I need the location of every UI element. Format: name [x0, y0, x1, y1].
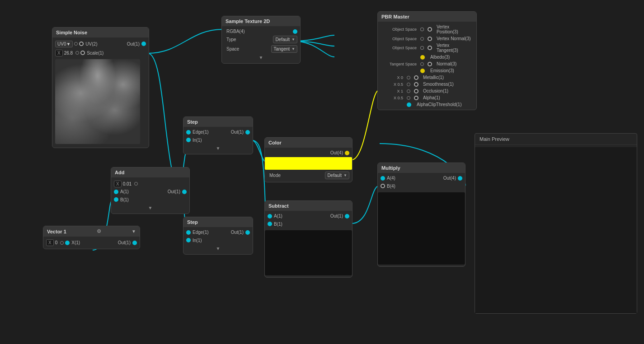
step1-out-port[interactable]	[245, 130, 250, 135]
pbr-albedo-row: Albedo(3)	[378, 54, 476, 60]
sample-tex-header: Sample Texture 2D	[222, 16, 300, 26]
add-header: Add	[111, 167, 189, 177]
shader-graph-canvas: Simple Noise UV0 ▼ UV(2) Out(1) X 26.8 S…	[0, 0, 644, 344]
add-body: X 0.01 A(1) Out(1) B(1) ▼	[111, 177, 189, 214]
add-node: Add X 0.01 A(1) Out(1) B(1) ▼	[111, 167, 190, 214]
step1-in-port[interactable]	[186, 138, 191, 142]
uv-dropdown[interactable]: UV0 ▼	[55, 41, 73, 47]
noise-out-port[interactable]	[141, 42, 146, 46]
pbr-vertpos-in[interactable]	[428, 27, 432, 32]
scale-row: X 26.8 Scale(1)	[52, 48, 149, 57]
scale-in-port[interactable]	[80, 51, 85, 55]
main-preview-header: Main Preview	[475, 134, 637, 145]
step1-in-row: In(1)	[183, 135, 253, 144]
color-out-row: Out(4)	[265, 149, 352, 156]
pbr-master-node: PBR Master Object Space Vertex Position(…	[377, 11, 477, 110]
pbr-emission-row: Emission(3)	[378, 67, 476, 74]
pbr-vertex-tangent-row: Object Space Vertex Tangent(3)	[378, 42, 476, 54]
sample-tex-body: RGBA(4) Type Default ▼ Space Tangent ▼ ▼	[222, 26, 300, 63]
type-row: Type Default ▼	[222, 35, 300, 44]
multiply-body: A(4) Out(4) B(4)	[378, 173, 465, 266]
multiply-out-port[interactable]	[458, 176, 462, 181]
vec1-x-in-port[interactable]	[65, 241, 70, 245]
color-node: Color Out(4) Mode Default ▼	[264, 137, 353, 182]
pbr-vertex-pos-row: Object Space Vertex Position(3)	[378, 23, 476, 35]
multiply-b-in[interactable]	[381, 184, 385, 188]
subtract-preview	[265, 230, 352, 275]
vector1-node: Vector 1 ⚙ ▼ X 0 X(1) Out(1)	[43, 226, 140, 249]
add-chevron: ▼	[111, 204, 189, 212]
pbr-occlusion-row: X 1 Occlusion(1)	[378, 88, 476, 94]
step2-edge-port[interactable]	[186, 230, 191, 235]
subtract-b-row: B(1)	[265, 219, 352, 228]
step2-out-port[interactable]	[245, 230, 250, 235]
add-b-in-port[interactable]	[114, 197, 118, 202]
pbr-occlusion-in[interactable]	[414, 89, 418, 93]
pbr-header: PBR Master	[378, 12, 476, 22]
step1-node: Step Edge(1) Out(1) In(1) ▼	[183, 116, 253, 154]
simple-noise-header: Simple Noise	[52, 28, 149, 37]
uv-in-port[interactable]	[79, 42, 84, 46]
scale-x-label: X	[55, 50, 63, 56]
pbr-metallic-in[interactable]	[414, 75, 418, 80]
sample-tex-chevron: ▼	[222, 54, 300, 61]
subtract-b-port[interactable]	[268, 222, 272, 226]
space-dropdown[interactable]: Tangent ▼	[271, 45, 297, 53]
simple-noise-title: Simple Noise	[56, 30, 87, 35]
step1-edge-port[interactable]	[186, 130, 191, 135]
pbr-smoothness-in[interactable]	[414, 82, 418, 87]
uv-row: UV0 ▼ UV(2) Out(1)	[52, 39, 149, 48]
step1-chevron: ▼	[183, 144, 253, 152]
connection-subtract-multiply	[352, 186, 379, 223]
pbr-vertnorm-in[interactable]	[428, 37, 432, 41]
rgba-row: RGBA(4)	[222, 28, 300, 35]
step2-in-row: In(1)	[183, 236, 253, 245]
step2-edge-row: Edge(1) Out(1)	[183, 229, 253, 236]
vec1-out-port[interactable]	[132, 241, 137, 245]
multiply-a-in[interactable]	[381, 176, 385, 181]
step2-node: Step Edge(1) Out(1) In(1) ▼	[183, 217, 253, 255]
add-out-port[interactable]	[182, 190, 187, 194]
multiply-header: Multiply	[378, 163, 465, 173]
add-a-row: A(1) Out(1)	[111, 188, 189, 195]
space-row: Space Tangent ▼	[222, 44, 300, 54]
color-out-port[interactable]	[345, 151, 349, 155]
pbr-verttang-in[interactable]	[428, 46, 432, 50]
pbr-emission-in[interactable]	[420, 69, 425, 73]
pbr-alpha-in[interactable]	[414, 96, 418, 100]
pbr-smoothness-row: X 0.5 Smoothness(1)	[378, 81, 476, 88]
rgba-out-port[interactable]	[293, 29, 297, 34]
pbr-body: Object Space Vertex Position(3) Object S…	[378, 22, 476, 110]
subtract-node: Subtract A(1) Out(1) B(1)	[264, 200, 353, 278]
main-preview-panel: Main Preview	[475, 133, 637, 314]
color-swatch[interactable]	[265, 157, 352, 170]
type-dropdown[interactable]: Default ▼	[273, 36, 297, 43]
add-title: Add	[115, 170, 124, 175]
step2-chevron: ▼	[183, 245, 253, 252]
simple-noise-body: UV0 ▼ UV(2) Out(1) X 26.8 Scale(1)	[52, 37, 149, 148]
subtract-out-port[interactable]	[345, 214, 349, 218]
step1-body: Edge(1) Out(1) In(1) ▼	[183, 127, 253, 154]
pbr-alphaclip-row: AlphaClipThreshold(1)	[378, 101, 476, 108]
color-mode-dropdown[interactable]: Default ▼	[325, 172, 349, 179]
pbr-alphaclip-in[interactable]	[407, 102, 411, 107]
vector1-header: Vector 1 ⚙ ▼	[43, 226, 140, 237]
add-a-in-port[interactable]	[114, 190, 118, 194]
multiply-preview	[378, 192, 465, 265]
add-b-row: B(1)	[111, 195, 189, 204]
color-mode-row: Mode Default ▼	[265, 171, 352, 180]
pbr-vertex-normal-row: Object Space Vertex Normal(3)	[378, 35, 476, 42]
connection-color-pbr	[352, 90, 379, 160]
sample-texture-node: Sample Texture 2D RGBA(4) Type Default ▼…	[221, 16, 301, 64]
subtract-header: Subtract	[265, 201, 352, 211]
gear-icon[interactable]: ⚙	[97, 228, 101, 234]
subtract-body: A(1) Out(1) B(1)	[265, 211, 352, 277]
pbr-albedo-in[interactable]	[420, 55, 425, 60]
scale-port-dot	[75, 51, 79, 55]
vector1-x-row: X 0 X(1) Out(1)	[43, 238, 140, 247]
pbr-normal-in[interactable]	[428, 62, 432, 66]
step2-in-port[interactable]	[186, 238, 191, 242]
step2-header: Step	[183, 217, 253, 227]
step1-edge-row: Edge(1) Out(1)	[183, 129, 253, 135]
subtract-a-port[interactable]	[268, 214, 272, 218]
